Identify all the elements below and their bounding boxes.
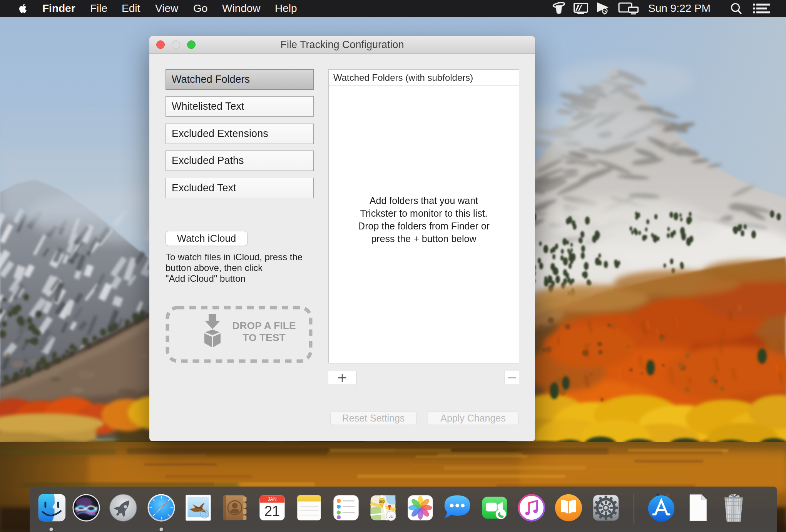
svg-text:TO TEST: TO TEST xyxy=(242,332,285,343)
svg-text:280: 280 xyxy=(379,500,385,504)
svg-text:21: 21 xyxy=(264,503,280,519)
svg-text:3D: 3D xyxy=(388,514,394,519)
svg-text:DROP A FILE: DROP A FILE xyxy=(232,320,296,331)
svg-text:JAN: JAN xyxy=(268,497,276,502)
